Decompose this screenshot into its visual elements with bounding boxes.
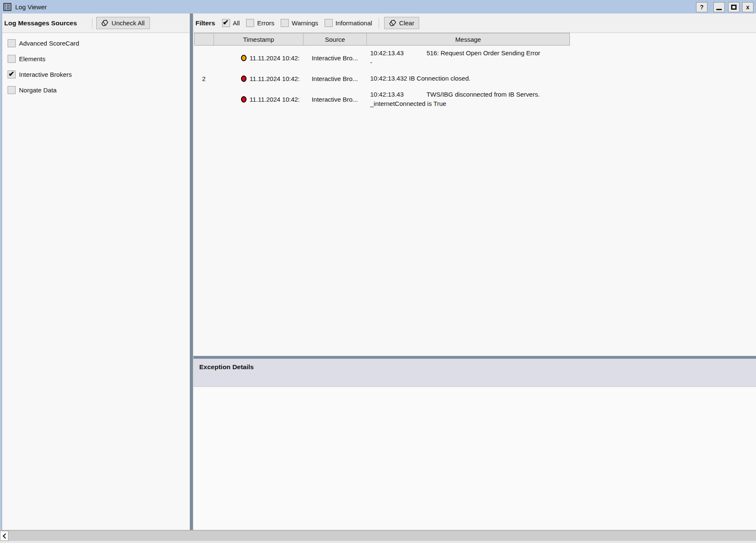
clear-label: Clear — [399, 19, 415, 27]
log-row[interactable]: 11.11.2024 10:42: Interactive Bro... 10:… — [194, 46, 570, 70]
source-item-advanced-scorecard[interactable]: Advanced ScoreCard — [3, 35, 190, 51]
minimize-icon — [716, 9, 722, 10]
maximize-button[interactable] — [728, 2, 740, 12]
source-cell: Interactive Bro... — [303, 54, 366, 62]
source-item-norgate-data[interactable]: Norgate Data — [3, 82, 190, 98]
panel-splitter-horizontal[interactable] — [193, 356, 756, 359]
filters-toolbar: Filters All Errors Warnings Informationa… — [195, 14, 419, 32]
clear-button[interactable]: Clear — [384, 17, 420, 29]
filter-all-label: All — [233, 19, 240, 27]
source-checkbox-elements[interactable] — [8, 55, 16, 63]
filter-informational-label: Informational — [336, 19, 372, 27]
sources-list: Advanced ScoreCard Elements Interactive … — [3, 33, 190, 98]
filter-informational: Informational — [325, 19, 372, 27]
exception-details-header: Exception Details — [193, 359, 756, 387]
column-header-source[interactable]: Source — [303, 33, 367, 45]
message-line: 10:42:13.43 516: Request Open Order Send… — [370, 49, 569, 58]
filter-errors: Errors — [246, 19, 274, 27]
source-checkbox-interactive-brokers[interactable] — [8, 70, 16, 78]
source-item-interactive-brokers[interactable]: Interactive Brokers — [3, 67, 190, 82]
window-bottom-strip — [0, 541, 756, 543]
horizontal-scrollbar[interactable] — [0, 531, 756, 541]
exception-details-content[interactable] — [193, 387, 756, 530]
timestamp-text: 11.11.2024 10:42: — [249, 75, 300, 82]
filter-warnings-checkbox[interactable] — [281, 19, 289, 27]
panel-splitter-vertical[interactable] — [190, 14, 193, 530]
window-controls: ? x — [696, 2, 753, 12]
eraser-icon — [101, 20, 108, 26]
warning-dot-icon — [241, 55, 247, 61]
log-row[interactable]: 11.11.2024 10:42: Interactive Bro... 10:… — [194, 87, 570, 111]
sources-panel-title: Log Messages Sources — [4, 19, 77, 27]
filter-warnings: Warnings — [281, 19, 318, 27]
error-dot-icon — [241, 76, 247, 82]
source-checkbox-norgate-data[interactable] — [8, 86, 16, 94]
message-line: 10:42:13.432 IB Connection closed. — [370, 74, 569, 83]
log-sources-panel: Advanced ScoreCard Elements Interactive … — [3, 33, 190, 530]
source-label: Elements — [19, 55, 46, 62]
minimize-button[interactable] — [713, 2, 725, 12]
timestamp-cell: 11.11.2024 10:42: — [214, 75, 303, 82]
message-line: - — [370, 58, 569, 67]
column-header-rownum[interactable] — [195, 33, 214, 45]
window-left-border — [0, 14, 2, 530]
filter-all: All — [222, 19, 240, 27]
filter-warnings-label: Warnings — [292, 19, 318, 27]
window-title: Log Viewer — [15, 3, 47, 11]
toolbar-separator — [92, 18, 92, 29]
uncheck-all-label: Uncheck All — [111, 19, 144, 27]
source-cell: Interactive Bro... — [303, 75, 366, 82]
timestamp-cell: 11.11.2024 10:42: — [214, 54, 303, 62]
message-cell: 10:42:13.432 IB Connection closed. — [366, 71, 569, 86]
message-cell: 10:42:13.43 516: Request Open Order Send… — [366, 46, 569, 70]
message-line: 10:42:13.43 TWS/IBG disconnected from IB… — [370, 90, 569, 99]
filters-label: Filters — [195, 19, 215, 27]
maximize-icon — [731, 5, 737, 10]
toolbar: Log Messages Sources Uncheck All Filters… — [0, 14, 756, 33]
log-table: Timestamp Source Message 11.11.2024 10:4… — [194, 33, 570, 111]
message-line: _internetConnected is True — [370, 99, 569, 108]
log-row[interactable]: 2 11.11.2024 10:42: Interactive Bro... 1… — [194, 70, 570, 87]
sources-toolbar: Log Messages Sources Uncheck All — [4, 14, 150, 32]
toolbar-separator — [379, 18, 379, 29]
log-table-header: Timestamp Source Message — [194, 33, 570, 46]
filter-informational-checkbox[interactable] — [325, 19, 333, 27]
eraser-icon — [389, 20, 396, 26]
log-messages-region: Timestamp Source Message 11.11.2024 10:4… — [193, 33, 756, 356]
source-label: Advanced ScoreCard — [19, 40, 79, 47]
column-header-timestamp[interactable]: Timestamp — [214, 33, 303, 45]
column-header-message[interactable]: Message — [367, 33, 569, 45]
uncheck-all-button[interactable]: Uncheck All — [96, 17, 149, 29]
source-label: Interactive Brokers — [19, 71, 72, 78]
close-button[interactable]: x — [742, 2, 753, 12]
filter-errors-label: Errors — [257, 19, 274, 27]
source-label: Norgate Data — [19, 86, 57, 94]
log-viewer-app-icon — [3, 3, 11, 11]
timestamp-text: 11.11.2024 10:42: — [249, 54, 300, 62]
error-dot-icon — [241, 96, 247, 103]
message-cell: 10:42:13.43 TWS/IBG disconnected from IB… — [366, 87, 569, 111]
scroll-left-button[interactable] — [0, 531, 8, 541]
source-cell: Interactive Bro... — [303, 96, 366, 103]
timestamp-cell: 11.11.2024 10:42: — [214, 96, 303, 103]
source-checkbox-advanced-scorecard[interactable] — [8, 39, 16, 47]
filter-all-checkbox[interactable] — [222, 19, 230, 27]
filter-errors-checkbox[interactable] — [246, 19, 254, 27]
source-item-elements[interactable]: Elements — [3, 51, 190, 67]
row-number: 2 — [194, 75, 214, 82]
timestamp-text: 11.11.2024 10:42: — [249, 96, 300, 103]
help-button[interactable]: ? — [696, 2, 707, 12]
chevron-left-icon — [3, 533, 6, 539]
exception-details-title: Exception Details — [193, 359, 756, 371]
titlebar[interactable]: Log Viewer ? x — [0, 0, 756, 14]
